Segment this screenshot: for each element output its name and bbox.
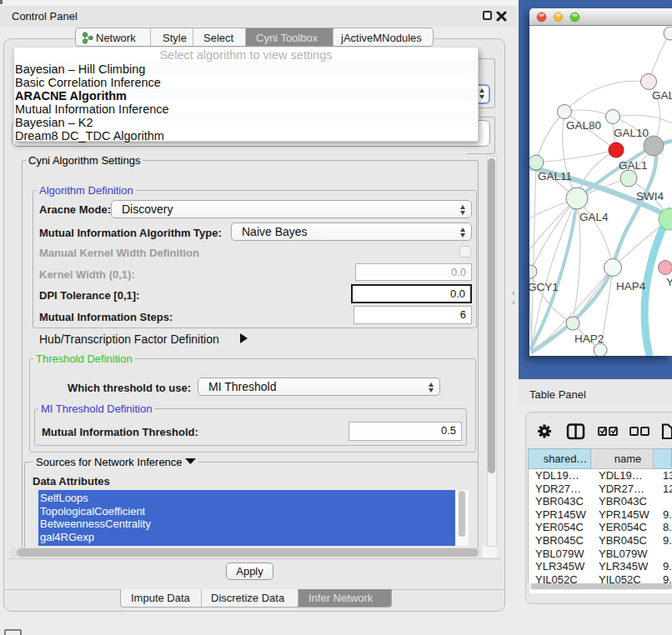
svg-text:GAL11: GAL11 <box>538 170 572 182</box>
svg-text:HAP4: HAP4 <box>616 280 646 292</box>
svg-text:GAL1: GAL1 <box>619 159 648 172</box>
svg-text:GAL4: GAL4 <box>579 211 609 223</box>
svg-text:HAP2: HAP2 <box>574 332 604 345</box>
svg-text:SWI4: SWI4 <box>636 190 664 202</box>
svg-text:Y: Y <box>666 276 672 288</box>
svg-text:GCY1: GCY1 <box>529 281 559 293</box>
svg-text:GAL80: GAL80 <box>566 119 601 132</box>
svg-text:GAL: GAL <box>652 89 672 102</box>
svg-text:GAL10: GAL10 <box>614 127 649 139</box>
